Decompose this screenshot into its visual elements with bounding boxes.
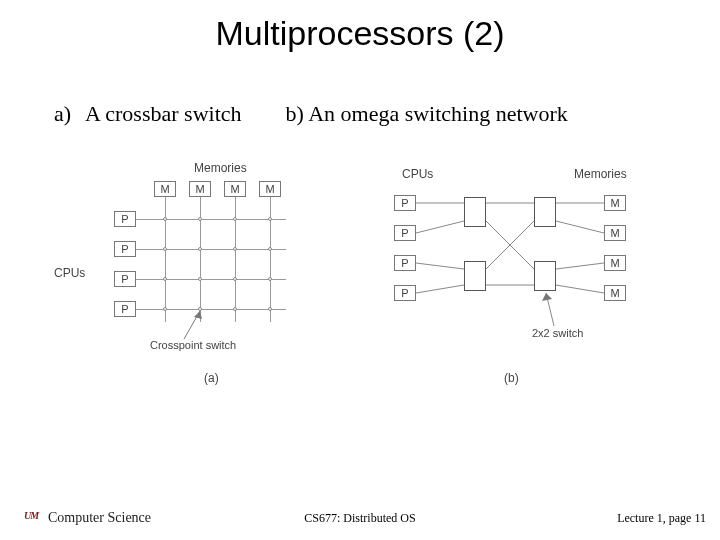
caption-a: a)A crossbar switch xyxy=(54,101,242,127)
fig-a-arrow-icon xyxy=(54,161,354,401)
footer: Computer Science CS677: Distributed OS L… xyxy=(0,508,720,526)
umass-logo-icon xyxy=(24,508,42,526)
caption-a-prefix: a) xyxy=(54,101,71,126)
footer-dept: Computer Science xyxy=(48,510,151,526)
svg-line-5 xyxy=(416,285,464,293)
footer-course: CS677: Distributed OS xyxy=(304,511,415,526)
figures-row: Memories CPUs M M M M P P P P xyxy=(0,161,720,401)
svg-line-12 xyxy=(556,263,604,269)
svg-line-11 xyxy=(556,221,604,233)
caption-row: a)A crossbar switch b) An omega switchin… xyxy=(0,101,720,127)
fig-a-id: (a) xyxy=(204,371,219,385)
fig-b-annotation: 2x2 switch xyxy=(532,327,583,339)
caption-a-text: A crossbar switch xyxy=(85,101,241,126)
footer-page: Lecture 1, page 11 xyxy=(617,511,706,526)
svg-line-3 xyxy=(416,221,464,233)
svg-line-4 xyxy=(416,263,464,269)
fig-b-network-lines xyxy=(374,161,674,401)
fig-b-id: (b) xyxy=(504,371,519,385)
caption-b: b) An omega switching network xyxy=(286,101,568,127)
svg-marker-15 xyxy=(542,293,552,301)
figure-a: Memories CPUs M M M M P P P P xyxy=(54,161,354,401)
fig-a-annotation: Crosspoint switch xyxy=(150,339,236,351)
slide-title: Multiprocessors (2) xyxy=(0,0,720,53)
svg-marker-1 xyxy=(194,311,202,319)
svg-line-13 xyxy=(556,285,604,293)
figure-b: CPUs Memories P P P P M M M M xyxy=(374,161,674,401)
